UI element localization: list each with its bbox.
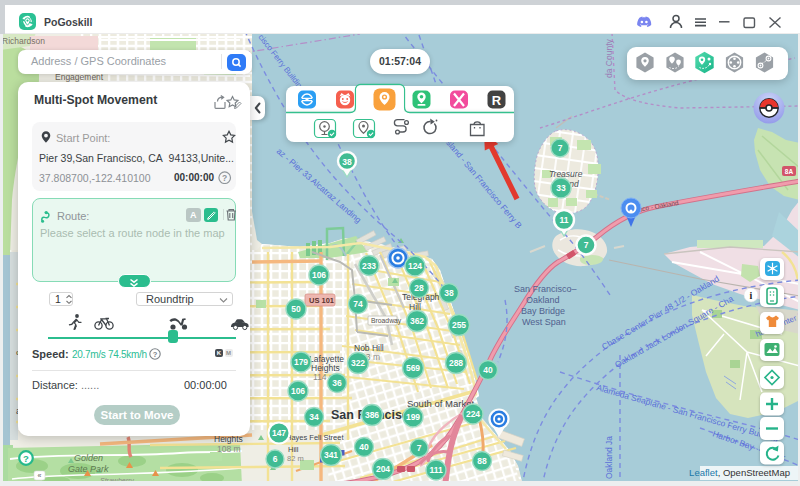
svg-text:6: 6	[273, 454, 278, 464]
svg-text:179: 179	[294, 357, 308, 367]
svg-text:147: 147	[272, 428, 286, 438]
svg-text:?: ?	[153, 350, 158, 359]
svg-text:Oakland Ja: Oakland Ja	[604, 436, 614, 479]
svg-text:106: 106	[312, 270, 326, 280]
svg-text:255: 255	[452, 320, 466, 330]
svg-text:82 m: 82 m	[287, 454, 304, 463]
svg-text:40: 40	[483, 365, 493, 375]
svg-text:204: 204	[376, 464, 390, 474]
svg-text:Treasure: Treasure	[549, 169, 583, 179]
svg-text:322: 322	[351, 358, 365, 368]
svg-text:7: 7	[417, 443, 422, 453]
svg-text:US 101: US 101	[309, 296, 334, 305]
svg-text:106: 106	[291, 386, 305, 396]
svg-text:West Span: West Span	[522, 317, 566, 327]
svg-text:386: 386	[365, 410, 379, 420]
svg-text:R: R	[492, 93, 502, 108]
svg-text:PoGoskill: PoGoskill	[44, 16, 93, 28]
svg-text:«: «	[38, 472, 42, 479]
svg-text:50: 50	[291, 304, 301, 314]
svg-text:38: 38	[444, 288, 454, 298]
svg-text:8A: 8A	[785, 168, 794, 175]
svg-text:288: 288	[449, 358, 463, 368]
svg-text:Oakland: Oakland	[526, 295, 560, 305]
svg-text:7: 7	[584, 240, 589, 250]
svg-text:7: 7	[558, 143, 563, 153]
svg-text:88: 88	[477, 456, 487, 466]
svg-text:San Francisco–: San Francisco–	[514, 284, 577, 294]
svg-text:i: i	[750, 290, 753, 301]
svg-text:341: 341	[324, 450, 338, 460]
svg-text:Hill: Hill	[288, 445, 299, 454]
svg-text:362: 362	[410, 316, 424, 326]
svg-text:28: 28	[414, 283, 424, 293]
svg-text:124: 124	[408, 261, 422, 271]
svg-text:Gate Park: Gate Park	[68, 464, 109, 474]
svg-text:111: 111	[429, 465, 443, 475]
svg-text:74: 74	[353, 299, 363, 309]
svg-text:199: 199	[406, 412, 420, 422]
svg-text:Broadway: Broadway	[371, 317, 402, 325]
svg-text:569: 569	[406, 363, 420, 373]
svg-text:11: 11	[560, 215, 569, 225]
svg-text:33: 33	[556, 183, 566, 193]
svg-text:34: 34	[309, 412, 319, 422]
svg-text:108 m: 108 m	[217, 444, 241, 454]
svg-text:233: 233	[362, 261, 376, 271]
svg-text:Golden: Golden	[74, 453, 103, 463]
svg-text:?: ?	[23, 453, 29, 464]
svg-text:da County: da County	[604, 39, 614, 78]
svg-text:36: 36	[332, 378, 342, 388]
svg-text:224: 224	[466, 409, 480, 419]
svg-text:Richardson: Richardson	[2, 36, 45, 46]
svg-text:38: 38	[342, 157, 352, 167]
svg-text:Hayes Fell Street: Hayes Fell Street	[286, 433, 344, 442]
svg-text:Bay Bridge: Bay Bridge	[521, 306, 565, 316]
svg-text:40: 40	[359, 442, 369, 452]
svg-text:?: ?	[222, 172, 227, 182]
